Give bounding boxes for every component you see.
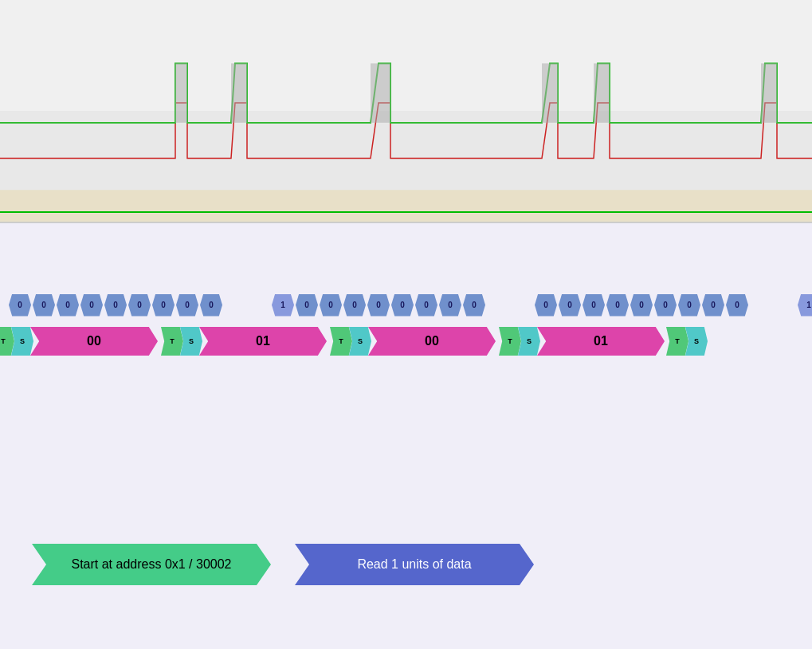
svg-rect-6: [371, 63, 390, 122]
frame-s-5: S: [685, 327, 708, 356]
frame-t-5: T: [666, 327, 688, 356]
svg-rect-9: [761, 63, 777, 122]
svg-rect-8: [594, 63, 610, 122]
frame-data-1: 00: [30, 327, 158, 356]
bit: 0: [630, 294, 653, 317]
frame-s-4: S: [518, 327, 540, 356]
svg-rect-4: [175, 63, 187, 122]
bit-group-3: 0 0 0 0 0 0 0 0 0: [534, 294, 749, 317]
labels-area: Start at address 0x1 / 30002 Read 1 unit…: [0, 544, 812, 585]
bit: 0: [726, 294, 748, 317]
frame-t-4: T: [499, 327, 521, 356]
frame-t-2: T: [161, 327, 183, 356]
frame-s-1: S: [11, 327, 33, 356]
bit: 0: [343, 294, 366, 317]
frame-data-2: 01: [199, 327, 327, 356]
waveform-area: [0, 0, 812, 223]
bit: 0: [415, 294, 437, 317]
bit: 0: [9, 294, 31, 317]
svg-rect-7: [542, 63, 558, 122]
bit: 0: [463, 294, 485, 317]
address-label: Start at address 0x1 / 30002: [32, 544, 271, 585]
bit-group-1: 0 0 0 0 0 0 0 0 0: [8, 294, 223, 317]
svg-rect-2: [0, 190, 812, 222]
bit: 0: [200, 294, 222, 317]
protocol-row: T S 00 T S 01 T S 00 T S 01: [0, 325, 708, 357]
bit: 0: [320, 294, 342, 317]
bit: 1: [272, 294, 294, 317]
bit: 0: [367, 294, 390, 317]
bit: 0: [296, 294, 318, 317]
frame-data-4: 01: [537, 327, 665, 356]
bit: 0: [391, 294, 414, 317]
bit: 0: [702, 294, 724, 317]
data-frames-container: 0 0 0 0 0 0 0 0 0 1 0 0 0 0 0 0 0 0: [0, 287, 812, 367]
frame-s-2: S: [180, 327, 202, 356]
bit: 0: [176, 294, 198, 317]
bit: 1: [798, 294, 812, 317]
bit-groups-row: 0 0 0 0 0 0 0 0 0 1 0 0 0 0 0 0 0 0: [0, 287, 812, 323]
bit: 0: [152, 294, 175, 317]
bit: 0: [128, 294, 151, 317]
bit-group-4: 1 0 0 0 0 0 0 0 0: [797, 294, 812, 317]
svg-rect-5: [231, 63, 247, 122]
frame-s-3: S: [349, 327, 371, 356]
bit: 0: [678, 294, 700, 317]
svg-rect-1: [0, 0, 812, 111]
data-area: 0 0 0 0 0 0 0 0 0 1 0 0 0 0 0 0 0 0: [0, 223, 812, 649]
bit-group-2: 1 0 0 0 0 0 0 0 0: [271, 294, 486, 317]
bit: 0: [654, 294, 677, 317]
bit: 0: [439, 294, 461, 317]
bit: 0: [559, 294, 581, 317]
bit: 0: [104, 294, 127, 317]
bit: 0: [606, 294, 629, 317]
bit: 0: [80, 294, 103, 317]
bit: 0: [535, 294, 557, 317]
bit: 0: [33, 294, 55, 317]
frame-data-3: 00: [368, 327, 496, 356]
bit: 0: [583, 294, 605, 317]
frame-t-3: T: [330, 327, 352, 356]
read-label: Read 1 units of data: [295, 544, 534, 585]
bit: 0: [57, 294, 79, 317]
